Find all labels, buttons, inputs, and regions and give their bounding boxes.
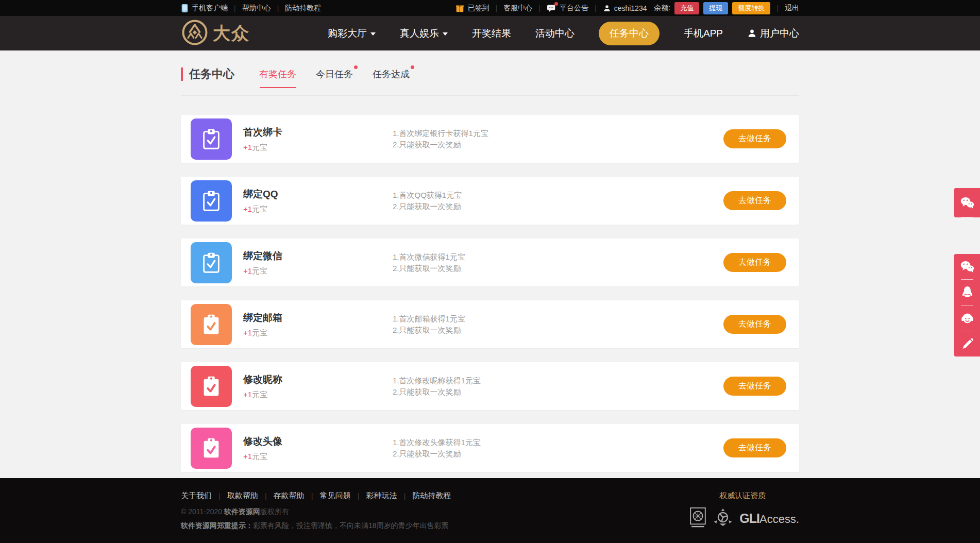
task-title: 绑定QQ <box>243 188 393 201</box>
nav-item-label: 任务中心 <box>610 27 649 40</box>
stamp-certificate-logo <box>689 507 706 530</box>
nav-item-lottery-hall[interactable]: 购彩大厅 <box>328 27 376 40</box>
nav-item-live-casino[interactable]: 真人娱乐 <box>400 27 448 40</box>
signed-in-link[interactable]: 已签到 <box>468 4 489 13</box>
task-description: 1.首次修改昵称获得1元宝 2.只能获取一次奖励 <box>393 375 723 398</box>
task-tabs: 有奖任务 今日任务 任务达成 <box>259 68 410 80</box>
task-reward: +1元宝 <box>243 328 393 338</box>
withdraw-button[interactable]: 提现 <box>703 2 728 14</box>
divider <box>961 217 973 217</box>
chevron-down-icon <box>443 32 448 36</box>
recharge-button[interactable]: 充值 <box>674 2 699 14</box>
footer-link-deposit-help[interactable]: 存款帮助 <box>274 491 305 501</box>
page-title: 任务中心 <box>181 67 234 81</box>
footer-link-faq[interactable]: 常见问题 <box>320 491 351 501</box>
nav-item-activity-center[interactable]: 活动中心 <box>535 27 575 40</box>
task-reward: +1元宝 <box>243 266 393 276</box>
task-card-change-nickname: 修改昵称 +1元宝 1.首次修改昵称获得1元宝 2.只能获取一次奖励 去做任务 <box>181 362 799 410</box>
footer-link-anti-hijack[interactable]: 防劫持教程 <box>413 491 451 501</box>
footer-link-withdrawal-help[interactable]: 取款帮助 <box>227 491 258 501</box>
task-description: 1.首次微信获得1元宝 2.只能获取一次奖励 <box>393 251 723 274</box>
task-card-bind-wechat: 绑定微信 +1元宝 1.首次微信获得1元宝 2.只能获取一次奖励 去做任务 <box>181 239 799 286</box>
topbar-link-anti-hijack[interactable]: 防劫持教程 <box>285 4 321 13</box>
separator: | <box>496 4 498 12</box>
separator: | <box>265 491 267 500</box>
separator: | <box>404 491 406 500</box>
task-card-bind-qq: 绑定QQ +1元宝 1.首次QQ获得1元宝 2.只能获取一次奖励 去做任务 <box>181 177 799 225</box>
task-title: 修改昵称 <box>243 373 393 386</box>
clipboard-task-icon <box>191 428 232 469</box>
nav-item-label: 真人娱乐 <box>400 27 439 40</box>
task-description: 1.首次邮箱获得1元宝 2.只能获取一次奖励 <box>393 313 723 336</box>
balance-label: 余额: <box>654 4 670 13</box>
clipboard-task-icon <box>191 180 232 222</box>
tab-today-tasks[interactable]: 今日任务 <box>316 68 353 80</box>
edit-icon[interactable] <box>954 331 980 357</box>
wechat-icon[interactable] <box>954 188 980 217</box>
nav-item-label: 用户中心 <box>760 27 799 40</box>
separator: | <box>277 4 279 12</box>
logo-emblem-icon <box>181 19 209 48</box>
go-do-task-button[interactable]: 去做任务 <box>723 438 786 457</box>
go-do-task-button[interactable]: 去做任务 <box>723 315 786 334</box>
topbar: 手机客户端 | 帮助中心 | 防劫持教程 已签到 | 客服中心 | 平台公告 |… <box>0 0 980 16</box>
tab-reward-tasks[interactable]: 有奖任务 <box>259 68 296 80</box>
site-logo[interactable]: 大众 <box>181 19 250 48</box>
topbar-link-help-center[interactable]: 帮助中心 <box>242 4 271 13</box>
logo-text: 大众 <box>213 22 250 45</box>
footer-links: 关于我们 | 取款帮助 | 存款帮助 | 常见问题 | 彩种玩法 | 防劫持教程 <box>181 491 686 501</box>
certification-logos: GLIAccess. <box>686 507 799 530</box>
task-description: 1.首次QQ获得1元宝 2.只能获取一次奖励 <box>393 190 723 212</box>
go-do-task-button[interactable]: 去做任务 <box>723 377 786 396</box>
customer-service-icon[interactable] <box>954 306 980 331</box>
footer: 关于我们 | 取款帮助 | 存款帮助 | 常见问题 | 彩种玩法 | 防劫持教程… <box>0 478 980 543</box>
task-reward: +1元宝 <box>243 205 393 214</box>
copyright-text: © 2011-2020 软件资源网版权所有 <box>181 507 686 517</box>
tab-label: 有奖任务 <box>259 69 296 79</box>
task-description: 1.首次绑定银行卡获得1元宝 2.只能获取一次奖励 <box>393 128 723 150</box>
announcement-icon <box>547 4 556 12</box>
go-do-task-button[interactable]: 去做任务 <box>723 191 786 210</box>
topbar-link-mobile-client[interactable]: 手机客户端 <box>192 4 228 13</box>
gift-icon <box>455 4 465 12</box>
username[interactable]: ceshi1234 <box>614 4 647 12</box>
notification-dot <box>354 65 358 69</box>
separator: | <box>776 4 779 12</box>
separator: | <box>358 491 360 500</box>
footer-link-about-us[interactable]: 关于我们 <box>181 491 212 501</box>
main-content: 任务中心 有奖任务 今日任务 任务达成 首次绑卡 +1元宝 1.首次绑定银行卡获… <box>0 50 980 478</box>
service-center-link[interactable]: 客服中心 <box>503 4 532 13</box>
nav-item-draw-results[interactable]: 开奖结果 <box>472 27 511 40</box>
task-card-change-avatar: 修改头像 +1元宝 1.首次修改头像获得1元宝 2.只能获取一次奖励 去做任务 <box>181 424 799 472</box>
task-reward: +1元宝 <box>243 390 393 400</box>
task-list: 首次绑卡 +1元宝 1.首次绑定银行卡获得1元宝 2.只能获取一次奖励 去做任务… <box>181 115 799 472</box>
task-title: 绑定微信 <box>243 249 393 263</box>
qq-icon[interactable] <box>954 280 980 305</box>
task-description: 1.首次修改头像获得1元宝 2.只能获取一次奖励 <box>393 437 723 460</box>
wechat-icon[interactable] <box>954 254 980 279</box>
clipboard-task-icon <box>191 366 232 407</box>
certification-title: 权威认证资质 <box>686 491 799 501</box>
nav-item-mobile-app[interactable]: 手机APP <box>684 27 723 40</box>
task-title: 绑定邮箱 <box>243 311 393 325</box>
footer-link-lottery-rules[interactable]: 彩种玩法 <box>366 491 397 501</box>
nav-item-task-center[interactable]: 任务中心 <box>599 22 660 45</box>
crest-certificate-logo <box>713 508 733 529</box>
main-navigation: 大众 购彩大厅 真人娱乐 开奖结果 活动中心 任务中心 手机APP <box>0 16 980 50</box>
user-icon <box>603 4 611 12</box>
floating-contact-panel <box>954 254 980 357</box>
phone-icon <box>181 4 189 13</box>
platform-announcement-link[interactable]: 平台公告 <box>560 4 588 13</box>
separator: | <box>218 491 221 500</box>
go-do-task-button[interactable]: 去做任务 <box>723 253 786 272</box>
task-reward: +1元宝 <box>243 143 393 152</box>
logout-link[interactable]: 退出 <box>785 4 799 13</box>
separator: | <box>234 4 236 12</box>
nav-item-user-center[interactable]: 用户中心 <box>747 27 799 40</box>
clipboard-task-icon <box>191 304 232 345</box>
go-do-task-button[interactable]: 去做任务 <box>723 129 786 148</box>
clipboard-task-icon <box>191 242 232 283</box>
chevron-down-icon <box>370 32 376 36</box>
quota-transfer-button[interactable]: 额度转换 <box>732 2 770 14</box>
tab-task-completion[interactable]: 任务达成 <box>373 68 410 80</box>
